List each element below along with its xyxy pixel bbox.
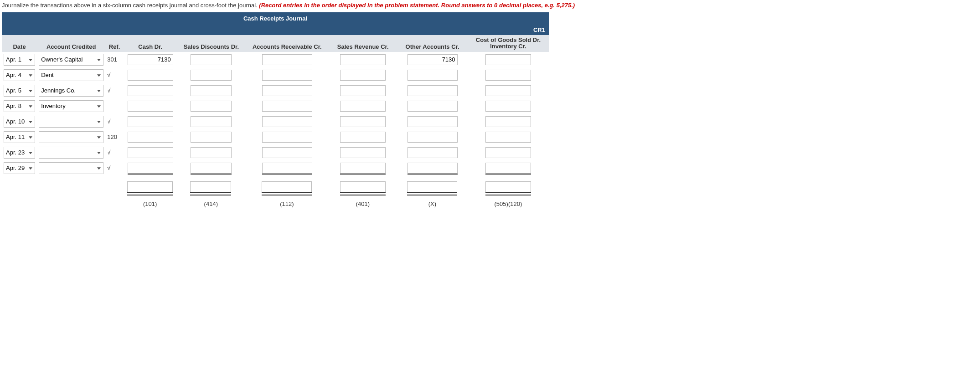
footer-sr: (401) [329, 200, 397, 207]
ref-cell: √ [105, 86, 124, 95]
sales-discounts-input[interactable] [191, 132, 232, 143]
total-sales-discounts[interactable] [190, 181, 231, 192]
col-ar-cr: Accounts Receivable Cr. [245, 41, 329, 52]
cogs-input[interactable] [485, 54, 531, 65]
date-select[interactable]: Apr. 1 [4, 54, 35, 66]
footer-row: (101) (414) (112) (401) (X) (505)(120) [2, 194, 549, 207]
sales-revenue-input[interactable] [340, 70, 386, 81]
journal-row: Apr. 5Jennings Co.√ [2, 83, 549, 98]
sales-discounts-input[interactable] [191, 85, 232, 96]
cash-dr-input[interactable] [128, 70, 173, 81]
ref-cell [105, 105, 124, 107]
cogs-input[interactable] [485, 70, 531, 81]
journal-rows: Apr. 1Owner's Capital301Apr. 4Dent√Apr. … [2, 52, 549, 176]
sales-discounts-input[interactable] [191, 70, 232, 81]
cogs-input[interactable] [485, 163, 531, 174]
col-account-credited: Account Credited [37, 41, 105, 52]
sales-discounts-input[interactable] [191, 163, 232, 174]
col-cogs-line2: Inventory Cr. [469, 43, 547, 50]
date-select[interactable]: Apr. 11 [4, 131, 35, 143]
journal-title: Cash Receipts Journal [2, 12, 549, 25]
journal-row: Apr. 1Owner's Capital301 [2, 52, 549, 67]
journal-row: Apr. 10√ [2, 114, 549, 129]
account-credited-select[interactable] [39, 147, 103, 159]
other-accounts-input[interactable] [407, 163, 458, 174]
sales-discounts-input[interactable] [191, 101, 232, 112]
total-other-accounts[interactable] [407, 181, 457, 192]
footer-cogs: (505)(120) [468, 200, 549, 207]
col-date: Date [2, 41, 37, 52]
cash-dr-input[interactable] [128, 163, 173, 174]
cash-dr-input[interactable] [128, 101, 173, 112]
ar-cr-input[interactable] [262, 147, 312, 158]
column-headers: Date Account Credited Ref. Cash Dr. Sale… [2, 35, 549, 52]
cash-dr-input[interactable] [128, 116, 173, 127]
footer-cash: (101) [123, 200, 176, 207]
cash-receipts-journal: Cash Receipts Journal CR1 Date Account C… [2, 12, 549, 207]
sales-revenue-input[interactable] [340, 101, 386, 112]
ar-cr-input[interactable] [262, 132, 312, 143]
cash-dr-input[interactable] [128, 147, 173, 158]
instructions: Journalize the transactions above in a s… [2, 2, 978, 9]
account-credited-select[interactable]: Dent [39, 69, 103, 81]
other-accounts-input[interactable] [407, 132, 458, 143]
ar-cr-input[interactable] [262, 54, 312, 65]
ar-cr-input[interactable] [262, 101, 312, 112]
date-select[interactable]: Apr. 4 [4, 69, 35, 81]
col-cogs-line1: Cost of Goods Sold Dr. [469, 37, 547, 43]
account-credited-select[interactable]: Owner's Capital [39, 54, 103, 66]
total-cash[interactable] [127, 181, 173, 192]
sales-revenue-input[interactable] [340, 132, 386, 143]
ar-cr-input[interactable] [262, 70, 312, 81]
col-cogs: Cost of Goods Sold Dr. Inventory Cr. [468, 35, 549, 52]
sales-revenue-input[interactable] [340, 85, 386, 96]
date-select[interactable]: Apr. 29 [4, 162, 35, 174]
account-credited-select[interactable] [39, 131, 103, 143]
date-select[interactable]: Apr. 8 [4, 100, 35, 112]
ref-cell: √ [105, 117, 124, 126]
sales-revenue-input[interactable] [340, 116, 386, 127]
cash-dr-input[interactable] [128, 54, 173, 65]
total-sales-revenue[interactable] [340, 181, 386, 192]
account-credited-select[interactable]: Jennings Co. [39, 85, 103, 97]
other-accounts-input[interactable] [407, 116, 458, 127]
journal-row: Apr. 29√ [2, 160, 549, 176]
ar-cr-input[interactable] [262, 163, 312, 174]
account-credited-select[interactable] [39, 116, 103, 128]
ref-cell: √ [105, 164, 124, 172]
sales-revenue-input[interactable] [340, 163, 386, 174]
cash-dr-input[interactable] [128, 85, 173, 96]
cogs-input[interactable] [485, 101, 531, 112]
account-credited-select[interactable] [39, 162, 103, 174]
other-accounts-input[interactable] [407, 101, 458, 112]
ar-cr-input[interactable] [262, 85, 312, 96]
other-accounts-input[interactable] [407, 85, 458, 96]
other-accounts-input[interactable] [407, 54, 458, 65]
account-credited-select[interactable]: Inventory [39, 100, 103, 112]
journal-row: Apr. 23√ [2, 145, 549, 160]
ref-cell: 301 [105, 55, 124, 64]
sales-discounts-input[interactable] [191, 116, 232, 127]
footer-oa: (X) [397, 200, 468, 207]
date-select[interactable]: Apr. 23 [4, 147, 35, 159]
cogs-input[interactable] [485, 116, 531, 127]
sales-discounts-input[interactable] [191, 147, 232, 158]
other-accounts-input[interactable] [407, 147, 458, 158]
total-ar[interactable] [262, 181, 312, 192]
date-select[interactable]: Apr. 10 [4, 116, 35, 128]
instructions-note: (Record entries in the order displayed i… [259, 2, 575, 9]
other-accounts-input[interactable] [407, 70, 458, 81]
sales-revenue-input[interactable] [340, 54, 386, 65]
ar-cr-input[interactable] [262, 116, 312, 127]
cogs-input[interactable] [485, 147, 531, 158]
total-cogs[interactable] [485, 181, 531, 192]
sales-discounts-input[interactable] [191, 54, 232, 65]
journal-page: CR1 [2, 25, 549, 35]
date-select[interactable]: Apr. 5 [4, 85, 35, 97]
sales-revenue-input[interactable] [340, 147, 386, 158]
ref-cell: 120 [105, 133, 124, 141]
cogs-input[interactable] [485, 132, 531, 143]
cogs-input[interactable] [485, 85, 531, 96]
cash-dr-input[interactable] [128, 132, 173, 143]
col-sales-revenue-cr: Sales Revenue Cr. [329, 41, 397, 52]
